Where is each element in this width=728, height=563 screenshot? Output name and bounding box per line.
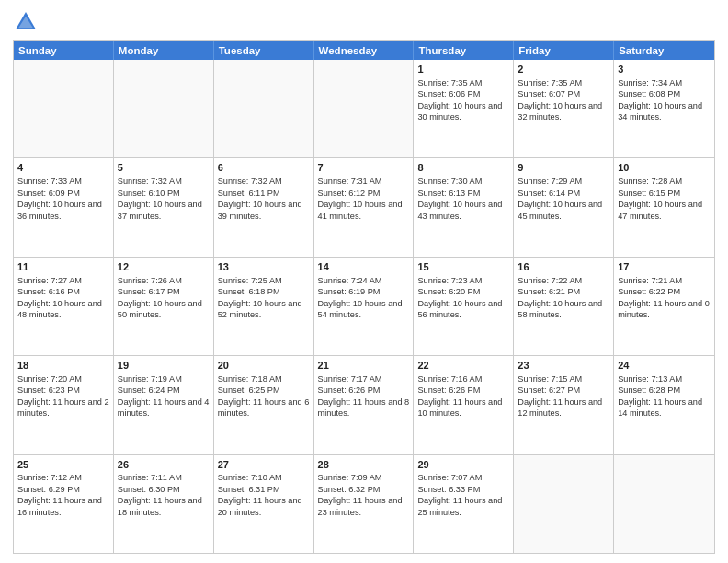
sunrise: Sunrise: 7:33 AM (17, 177, 82, 186)
day-cell-5: 5Sunrise: 7:32 AMSunset: 6:10 PMDaylight… (114, 158, 214, 256)
sunset: Sunset: 6:20 PM (417, 287, 480, 296)
day-number: 18 (17, 359, 109, 373)
day-number: 12 (118, 260, 210, 274)
empty-cell (314, 60, 415, 157)
sunset: Sunset: 6:25 PM (218, 385, 280, 395)
day-number: 6 (218, 161, 310, 175)
sunset: Sunset: 6:26 PM (318, 385, 381, 395)
sunrise: Sunrise: 7:25 AM (218, 276, 282, 285)
day-cell-4: 4Sunrise: 7:33 AMSunset: 6:09 PMDaylight… (14, 158, 114, 256)
week-row-1: 1Sunrise: 7:35 AMSunset: 6:06 PMDaylight… (14, 60, 714, 157)
day-number: 17 (618, 260, 711, 274)
header (13, 9, 715, 35)
day-cell-17: 17Sunrise: 7:21 AMSunset: 6:22 PMDayligh… (614, 258, 714, 355)
calendar-header: SundayMondayTuesdayWednesdayThursdayFrid… (14, 41, 714, 60)
daylight: Daylight: 11 hours and 2 minutes. (17, 397, 109, 418)
day-cell-12: 12Sunrise: 7:26 AMSunset: 6:17 PMDayligh… (114, 258, 214, 355)
sunrise: Sunrise: 7:22 AM (518, 276, 582, 285)
empty-cell (114, 60, 214, 157)
day-number: 22 (417, 359, 509, 373)
day-cell-27: 27Sunrise: 7:10 AMSunset: 6:31 PMDayligh… (214, 455, 314, 553)
day-cell-28: 28Sunrise: 7:09 AMSunset: 6:32 PMDayligh… (314, 455, 415, 553)
day-number: 29 (417, 458, 509, 472)
sunrise: Sunrise: 7:28 AM (618, 177, 682, 186)
page: SundayMondayTuesdayWednesdayThursdayFrid… (0, 0, 728, 563)
sunrise: Sunrise: 7:07 AM (417, 473, 482, 482)
day-header-saturday: Saturday (614, 41, 714, 60)
sunset: Sunset: 6:09 PM (17, 189, 80, 198)
sunrise: Sunrise: 7:34 AM (618, 78, 682, 87)
daylight: Daylight: 11 hours and 14 minutes. (618, 397, 702, 418)
daylight: Daylight: 10 hours and 54 minutes. (318, 299, 403, 319)
sunset: Sunset: 6:07 PM (518, 89, 580, 98)
daylight: Daylight: 11 hours and 10 minutes. (417, 397, 502, 418)
day-cell-21: 21Sunrise: 7:17 AMSunset: 6:26 PMDayligh… (314, 356, 415, 454)
sunrise: Sunrise: 7:13 AM (618, 374, 682, 384)
sunset: Sunset: 6:13 PM (417, 189, 480, 198)
day-number: 23 (518, 359, 609, 373)
sunset: Sunset: 6:32 PM (318, 485, 381, 494)
sunrise: Sunrise: 7:35 AM (417, 78, 482, 87)
day-cell-29: 29Sunrise: 7:07 AMSunset: 6:33 PMDayligh… (414, 455, 514, 553)
sunrise: Sunrise: 7:21 AM (618, 276, 682, 285)
day-header-monday: Monday (114, 41, 214, 60)
sunset: Sunset: 6:18 PM (218, 287, 280, 296)
day-cell-6: 6Sunrise: 7:32 AMSunset: 6:11 PMDaylight… (214, 158, 314, 256)
empty-cell (214, 60, 314, 157)
daylight: Daylight: 11 hours and 0 minutes. (618, 299, 710, 319)
daylight: Daylight: 11 hours and 6 minutes. (218, 397, 310, 418)
sunset: Sunset: 6:19 PM (318, 287, 381, 296)
day-number: 27 (218, 458, 310, 472)
week-row-3: 11Sunrise: 7:27 AMSunset: 6:16 PMDayligh… (14, 257, 714, 355)
daylight: Daylight: 11 hours and 4 minutes. (118, 397, 210, 418)
daylight: Daylight: 11 hours and 16 minutes. (17, 496, 102, 516)
day-cell-16: 16Sunrise: 7:22 AMSunset: 6:21 PMDayligh… (514, 258, 614, 355)
daylight: Daylight: 10 hours and 43 minutes. (417, 200, 502, 220)
day-number: 14 (318, 260, 410, 274)
day-cell-18: 18Sunrise: 7:20 AMSunset: 6:23 PMDayligh… (14, 356, 114, 454)
sunrise: Sunrise: 7:11 AM (118, 473, 182, 482)
sunrise: Sunrise: 7:16 AM (417, 374, 482, 384)
logo-icon (13, 9, 39, 35)
week-row-4: 18Sunrise: 7:20 AMSunset: 6:23 PMDayligh… (14, 355, 714, 454)
sunrise: Sunrise: 7:19 AM (118, 374, 182, 384)
sunset: Sunset: 6:11 PM (218, 189, 280, 198)
sunset: Sunset: 6:26 PM (417, 385, 480, 395)
daylight: Daylight: 10 hours and 30 minutes. (417, 101, 502, 121)
day-cell-15: 15Sunrise: 7:23 AMSunset: 6:20 PMDayligh… (414, 258, 514, 355)
day-number: 1 (417, 63, 509, 76)
sunrise: Sunrise: 7:20 AM (17, 374, 82, 384)
day-cell-10: 10Sunrise: 7:28 AMSunset: 6:15 PMDayligh… (614, 158, 714, 256)
sunset: Sunset: 6:31 PM (218, 485, 280, 494)
day-cell-22: 22Sunrise: 7:16 AMSunset: 6:26 PMDayligh… (414, 356, 514, 454)
daylight: Daylight: 11 hours and 12 minutes. (518, 397, 602, 418)
day-cell-1: 1Sunrise: 7:35 AMSunset: 6:06 PMDaylight… (414, 60, 514, 157)
sunset: Sunset: 6:14 PM (518, 189, 580, 198)
daylight: Daylight: 10 hours and 56 minutes. (417, 299, 502, 319)
day-header-wednesday: Wednesday (314, 41, 415, 60)
sunset: Sunset: 6:24 PM (118, 385, 180, 395)
day-number: 19 (118, 359, 210, 373)
day-cell-23: 23Sunrise: 7:15 AMSunset: 6:27 PMDayligh… (514, 356, 614, 454)
empty-cell (14, 60, 114, 157)
day-number: 2 (518, 63, 609, 76)
day-number: 26 (118, 458, 210, 472)
daylight: Daylight: 10 hours and 34 minutes. (618, 101, 702, 121)
sunrise: Sunrise: 7:29 AM (518, 177, 582, 186)
day-header-sunday: Sunday (14, 41, 114, 60)
empty-cell (514, 455, 614, 553)
daylight: Daylight: 10 hours and 45 minutes. (518, 200, 602, 220)
sunset: Sunset: 6:06 PM (417, 89, 480, 98)
sunset: Sunset: 6:16 PM (17, 287, 80, 296)
sunset: Sunset: 6:15 PM (618, 189, 680, 198)
day-cell-3: 3Sunrise: 7:34 AMSunset: 6:08 PMDaylight… (614, 60, 714, 157)
day-number: 24 (618, 359, 711, 373)
day-cell-8: 8Sunrise: 7:30 AMSunset: 6:13 PMDaylight… (414, 158, 514, 256)
week-row-2: 4Sunrise: 7:33 AMSunset: 6:09 PMDaylight… (14, 157, 714, 256)
day-number: 8 (417, 161, 509, 175)
day-cell-9: 9Sunrise: 7:29 AMSunset: 6:14 PMDaylight… (514, 158, 614, 256)
daylight: Daylight: 11 hours and 23 minutes. (318, 496, 403, 516)
day-number: 15 (417, 260, 509, 274)
day-cell-13: 13Sunrise: 7:25 AMSunset: 6:18 PMDayligh… (214, 258, 314, 355)
day-number: 9 (518, 161, 609, 175)
